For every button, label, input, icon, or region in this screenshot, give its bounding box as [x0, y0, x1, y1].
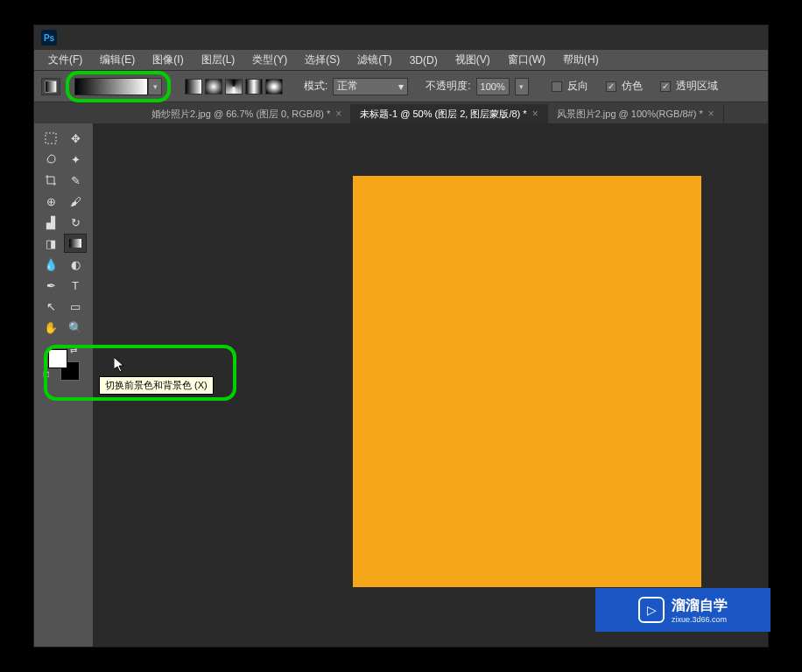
gradient-diamond-icon[interactable] — [265, 79, 283, 94]
reverse-checkbox[interactable] — [552, 81, 562, 92]
menu-edit[interactable]: 编辑(E) — [91, 52, 144, 67]
tab-doc-2[interactable]: 未标题-1 @ 50% (图层 2, 图层蒙版/8) * × — [351, 104, 547, 123]
svg-rect-1 — [46, 81, 56, 92]
dodge-tool[interactable]: ◐ — [64, 255, 87, 274]
tab-label: 婚纱照片2.jpg @ 66.7% (图层 0, RGB/8) * — [151, 108, 330, 121]
lasso-tool[interactable] — [39, 150, 62, 169]
menu-help[interactable]: 帮助(H) — [554, 52, 608, 67]
opacity-dropdown[interactable]: ▾ — [515, 78, 529, 95]
watermark-play-icon: ▷ — [638, 597, 665, 623]
tab-label: 风景图片2.jpg @ 100%(RGB/8#) * — [557, 108, 703, 121]
crop-tool[interactable] — [39, 171, 62, 190]
menu-file[interactable]: 文件(F) — [39, 52, 91, 67]
menu-layer[interactable]: 图层(L) — [193, 52, 244, 67]
chevron-down-icon: ▾ — [398, 80, 404, 93]
transparent-label: 透明区域 — [676, 79, 718, 94]
watermark-subtitle: zixue.3d66.com — [672, 615, 728, 624]
photoshop-window: Ps 文件(F) 编辑(E) 图像(I) 图层(L) 类型(Y) 选择(S) 滤… — [33, 24, 769, 648]
dither-label: 仿色 — [622, 79, 643, 94]
gradient-linear-icon[interactable] — [185, 79, 202, 94]
gradient-dropdown[interactable]: ▾ — [148, 78, 162, 95]
type-tool[interactable]: T — [64, 276, 87, 295]
tooltip-swap-colors: 切换前景色和背景色 (X) — [99, 376, 214, 395]
shape-tool[interactable]: ▭ — [64, 297, 87, 316]
history-brush-tool[interactable]: ↻ — [64, 213, 87, 232]
swap-colors-icon[interactable]: ⇄ — [70, 346, 77, 355]
tab-doc-1[interactable]: 婚纱照片2.jpg @ 66.7% (图层 0, RGB/8) * × — [143, 104, 351, 123]
wand-tool[interactable]: ✦ — [64, 150, 87, 169]
document-tabs: 婚纱照片2.jpg @ 66.7% (图层 0, RGB/8) * × 未标题-… — [34, 102, 768, 123]
gradient-preview[interactable] — [74, 78, 148, 95]
menu-window[interactable]: 窗口(W) — [499, 52, 554, 67]
mode-value: 正常 — [337, 79, 358, 94]
gradient-picker-highlight: ▾ — [66, 71, 171, 102]
gradient-angle-icon[interactable] — [225, 79, 243, 94]
app-logo: Ps — [41, 30, 57, 46]
foreground-color-swatch[interactable] — [48, 349, 67, 368]
svg-rect-3 — [69, 239, 81, 248]
menu-filter[interactable]: 滤镜(T) — [348, 52, 400, 67]
move-tool[interactable]: ✥ — [64, 129, 87, 148]
marquee-tool[interactable] — [39, 129, 62, 148]
gradient-tool[interactable] — [64, 234, 87, 253]
dither-checkbox[interactable] — [606, 81, 616, 92]
canvas-document[interactable] — [353, 176, 701, 587]
reverse-label: 反向 — [567, 79, 588, 94]
healing-tool[interactable]: ⊕ — [39, 192, 62, 211]
menu-select[interactable]: 选择(S) — [296, 52, 348, 67]
close-icon[interactable]: × — [532, 108, 538, 120]
opacity-label: 不透明度: — [426, 79, 470, 94]
eraser-tool[interactable]: ◨ — [39, 234, 62, 253]
eyedropper-tool[interactable]: ✎ — [64, 171, 87, 190]
default-colors-icon[interactable]: ◩ — [43, 370, 52, 379]
gradient-radial-icon[interactable] — [205, 79, 222, 94]
menu-view[interactable]: 视图(V) — [447, 52, 499, 67]
color-swatches: ⇄ ◩ — [39, 342, 88, 395]
watermark-title: 溜溜自学 — [672, 597, 728, 615]
tab-doc-3[interactable]: 风景图片2.jpg @ 100%(RGB/8#) * × — [548, 104, 724, 123]
menu-type[interactable]: 类型(Y) — [243, 52, 296, 67]
hand-tool[interactable]: ✋ — [39, 318, 62, 337]
tool-preset-icon[interactable] — [41, 78, 60, 95]
path-select-tool[interactable]: ↖ — [39, 297, 62, 316]
opacity-input[interactable]: 100% — [476, 78, 510, 95]
svg-rect-2 — [46, 133, 56, 144]
close-icon[interactable]: × — [335, 108, 341, 120]
transparent-checkbox[interactable] — [660, 81, 671, 92]
zoom-tool[interactable]: 🔍 — [64, 318, 87, 337]
gradient-reflected-icon[interactable] — [245, 79, 263, 94]
watermark: ▷ 溜溜自学 zixue.3d66.com — [595, 588, 770, 632]
toolbox: ✥ ✦ ✎ ⊕ 🖌 ▟ ↻ ◨ 💧 — [34, 123, 94, 647]
menubar: 文件(F) 编辑(E) 图像(I) 图层(L) 类型(Y) 选择(S) 滤镜(T… — [34, 50, 768, 71]
brush-tool[interactable]: 🖌 — [64, 192, 87, 211]
tab-label: 未标题-1 @ 50% (图层 2, 图层蒙版/8) * — [360, 108, 526, 121]
mode-label: 模式: — [304, 79, 327, 94]
gradient-type-group — [185, 79, 283, 94]
stamp-tool[interactable]: ▟ — [39, 213, 62, 232]
mode-select[interactable]: 正常 ▾ — [333, 78, 408, 95]
blur-tool[interactable]: 💧 — [39, 255, 62, 274]
options-bar: ▾ 模式: 正常 ▾ 不透明度: 100% ▾ 反向 仿色 透明区域 — [34, 71, 768, 102]
titlebar: Ps — [34, 25, 768, 50]
pen-tool[interactable]: ✒ — [39, 276, 62, 295]
menu-image[interactable]: 图像(I) — [144, 52, 192, 67]
quickmask-button[interactable] — [39, 400, 62, 417]
menu-3d[interactable]: 3D(D) — [401, 54, 447, 66]
screenmode-button[interactable] — [64, 400, 87, 417]
close-icon[interactable]: × — [708, 108, 714, 120]
